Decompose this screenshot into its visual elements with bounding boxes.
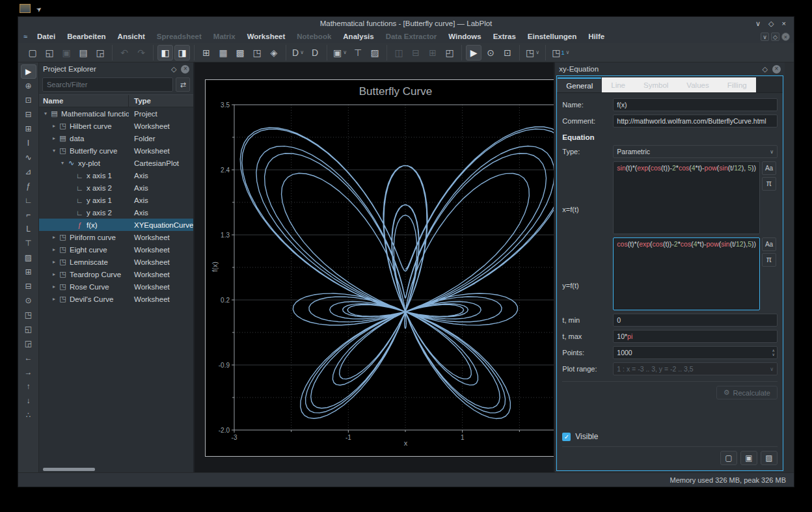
- add-text-label-button[interactable]: ⊤: [21, 236, 36, 250]
- new-datapicker-button[interactable]: D∨: [290, 45, 306, 61]
- filter-options-icon[interactable]: ⇄: [176, 77, 190, 92]
- zoom-origin-button[interactable]: ⊙: [21, 293, 36, 308]
- toggle-project-explorer-button[interactable]: ◧: [157, 45, 173, 61]
- menu-hilfe[interactable]: Hilfe: [582, 33, 610, 40]
- column-header-type[interactable]: Type: [129, 95, 193, 107]
- menu-bearbeiten[interactable]: Bearbeiten: [61, 33, 111, 40]
- tree-row-hilbert-curve[interactable]: ▸◳Hilbert curveWorksheet: [39, 120, 193, 132]
- expander-icon[interactable]: ▾: [50, 148, 58, 154]
- tree-row-x-axis-1[interactable]: ∟x axis 1Axis: [39, 169, 193, 182]
- points-input[interactable]: 1000: [613, 346, 778, 359]
- magnification-menu-button[interactable]: ◳1∨: [550, 45, 571, 61]
- expander-icon[interactable]: ▸: [50, 271, 58, 277]
- load-config-button[interactable]: ▢: [720, 451, 737, 465]
- add-histogram-button[interactable]: ⊿: [21, 165, 36, 179]
- add-image-button[interactable]: ▨: [367, 45, 383, 61]
- comment-input[interactable]: http://mathworld.wolfram.com/ButterflyCu…: [613, 115, 778, 128]
- close-dock-icon[interactable]: ×: [181, 65, 189, 74]
- more-tools-button[interactable]: ∴: [21, 408, 36, 422]
- new-worksheet-button[interactable]: ◳: [249, 45, 265, 61]
- menu-windows[interactable]: Windows: [442, 33, 487, 40]
- mdi-restore-icon[interactable]: ◇: [771, 33, 779, 41]
- cartesian-plot[interactable]: -3-1133.52.41.30.2-0.9-2.0: [206, 80, 554, 457]
- import-data-button[interactable]: D: [307, 45, 323, 61]
- add-equation-curve-button[interactable]: ƒ: [21, 179, 36, 193]
- mdi-minimize-icon[interactable]: ∨: [761, 33, 769, 41]
- tree-row-piriform-curve[interactable]: ▸◳Piriform curveWorksheet: [39, 231, 193, 243]
- menu-datei[interactable]: Datei: [31, 33, 61, 40]
- crosshair-mode-button[interactable]: ⊙: [483, 45, 498, 61]
- expander-icon[interactable]: ▾: [42, 111, 49, 116]
- menu-extras[interactable]: Extras: [487, 33, 522, 40]
- cursor-line-button[interactable]: Ι: [21, 136, 36, 150]
- expander-icon[interactable]: ▸: [50, 296, 58, 302]
- column-header-name[interactable]: Name: [39, 95, 129, 107]
- y-equation-input[interactable]: cos(t)*(exp(cos(t))-2*cos(4*t)-pow(sin(t…: [613, 237, 760, 310]
- zoom-in-button[interactable]: ⊞: [21, 265, 36, 279]
- tab-values[interactable]: Values: [677, 77, 718, 92]
- properties-header[interactable]: xy-Equation ◇ ×: [555, 62, 785, 75]
- x-equation-input[interactable]: sin(t)*(exp(cos(t))-2*cos(4*t)-pow(sin(t…: [613, 161, 760, 234]
- shift-up-y-button[interactable]: ↑: [21, 379, 36, 394]
- tree-row-mathematical-functions[interactable]: ▾▤Mathematical functionsProject: [39, 107, 193, 120]
- add-x-axis-button[interactable]: ∟: [21, 193, 36, 208]
- expander-icon[interactable]: ▸: [50, 284, 58, 290]
- expander-icon[interactable]: ▾: [59, 160, 66, 166]
- tab-symbol[interactable]: Symbol: [634, 77, 677, 92]
- toggle-properties-explorer-button[interactable]: ◨: [174, 45, 190, 61]
- tab-filling[interactable]: Filling: [718, 77, 756, 92]
- spin-down-icon[interactable]: ∨: [772, 353, 775, 357]
- expander-icon[interactable]: ▸: [50, 123, 58, 129]
- save-default-button[interactable]: ▨: [761, 451, 778, 465]
- project-explorer-header[interactable]: Project Explorer ◇ ×: [39, 62, 193, 75]
- tree-row-data[interactable]: ▸▤dataFolder: [39, 132, 193, 144]
- expander-icon[interactable]: ▸: [50, 247, 58, 252]
- text-format-button[interactable]: Aa: [762, 237, 776, 251]
- tree-row-lemniscate[interactable]: ▸◳LemniscateWorksheet: [39, 256, 193, 268]
- select-cursor-button[interactable]: ▶: [21, 64, 36, 79]
- tree-row-butterfly-curve[interactable]: ▾◳Butterfly curveWorksheet: [39, 144, 193, 157]
- y-axis-label[interactable]: f(x): [211, 244, 219, 290]
- float-dock-icon[interactable]: ◇: [171, 65, 176, 74]
- x-axis-label[interactable]: x: [234, 439, 554, 447]
- add-y-axis-button[interactable]: L: [21, 222, 36, 236]
- points-stepper[interactable]: ∧ ∨: [772, 347, 775, 358]
- tree-row-y-axis-2[interactable]: ∟y axis 2Axis: [39, 206, 193, 219]
- search-input[interactable]: [42, 77, 173, 92]
- close-dock-icon[interactable]: ×: [772, 65, 781, 74]
- expander-icon[interactable]: ▸: [50, 234, 58, 240]
- tab-line[interactable]: Line: [602, 77, 634, 92]
- maximize-icon[interactable]: ◇: [768, 20, 774, 28]
- new-notebook-button[interactable]: ◈: [266, 45, 282, 61]
- break-layout-button[interactable]: ◰: [442, 45, 457, 61]
- name-input[interactable]: f(x): [613, 98, 778, 111]
- worksheet-page[interactable]: -3-1133.52.41.30.2-0.9-2.0 Butterfly Cur…: [205, 79, 554, 457]
- crosshair-cursor-button[interactable]: ⊕: [21, 79, 36, 93]
- zoom-menu-button[interactable]: ◳∨: [524, 45, 541, 61]
- horizontal-scrollbar[interactable]: [43, 468, 95, 471]
- shift-down-y-button[interactable]: ↓: [21, 394, 36, 408]
- shift-right-x-button[interactable]: →: [21, 365, 36, 379]
- float-dock-icon[interactable]: ◇: [763, 65, 768, 74]
- t-min-input[interactable]: 0: [613, 314, 778, 327]
- equation-type-dropdown[interactable]: Parametric ∨: [613, 145, 778, 158]
- export-worksheet-button[interactable]: ▣∨: [331, 45, 349, 61]
- titlebar[interactable]: Mathematical functions - [Butterfly curv…: [18, 17, 794, 30]
- save-config-button[interactable]: ▣: [740, 451, 757, 465]
- tree-row-rose-curve[interactable]: ▸◳Rose CurveWorksheet: [39, 280, 193, 293]
- menu-einstellungen[interactable]: Einstellungen: [522, 33, 582, 40]
- zoom-select-button[interactable]: ⊡: [21, 93, 36, 107]
- pin-icon[interactable]: ➤: [34, 4, 44, 14]
- visible-checkbox[interactable]: ✓: [562, 433, 571, 441]
- open-project-button[interactable]: ◱: [42, 45, 57, 61]
- zoom-out-button[interactable]: ⊟: [21, 279, 36, 293]
- tab-general[interactable]: General: [557, 77, 602, 92]
- minimize-icon[interactable]: ∨: [755, 20, 761, 28]
- new-matrix-button[interactable]: ▩: [232, 45, 248, 61]
- tree-row-eight-curve[interactable]: ▸◳Eight curveWorksheet: [39, 243, 193, 256]
- constants-button[interactable]: π: [762, 177, 776, 191]
- tree-row-y-axis-1[interactable]: ∟y axis 1Axis: [39, 194, 193, 206]
- constants-button[interactable]: π: [762, 253, 776, 267]
- zoom-x-select-button[interactable]: ⊟: [21, 107, 36, 122]
- menu-ansicht[interactable]: Ansicht: [112, 33, 151, 40]
